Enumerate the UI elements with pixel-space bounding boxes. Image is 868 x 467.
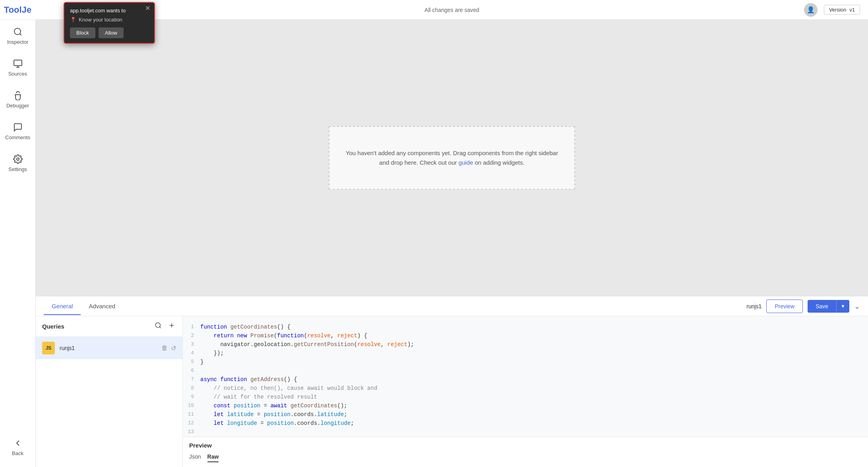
sidebar-label-back: Back: [12, 450, 23, 456]
code-line-9: 9 // wait for the resolved result: [186, 393, 865, 401]
line-number: 4: [186, 349, 200, 358]
sidebar-item-settings[interactable]: Settings: [0, 147, 36, 179]
save-dropdown-button[interactable]: ▼: [836, 300, 849, 313]
svg-line-1: [19, 33, 21, 35]
line-number: 3: [186, 340, 200, 349]
preview-tab-raw[interactable]: Raw: [207, 452, 219, 462]
preview-section: Preview Json Raw: [183, 437, 868, 467]
add-query-button[interactable]: [167, 321, 176, 332]
sidebar-label-settings: Settings: [8, 166, 27, 172]
line-number: 13: [186, 428, 200, 436]
sources-icon: [13, 59, 23, 68]
line-code: let longitude = position.coords.longitud…: [200, 419, 354, 428]
search-icon: [155, 322, 162, 329]
code-editor-area: 1function getCoordinates() {2 return new…: [183, 316, 868, 467]
save-button[interactable]: Save: [808, 300, 836, 313]
user-avatar[interactable]: 👤: [804, 3, 818, 17]
queries-actions: [154, 321, 176, 332]
save-status: All changes are saved: [424, 7, 479, 13]
bottom-panel-body: Queries JS runjs1: [36, 316, 868, 467]
version-text: Version: [829, 7, 846, 13]
line-code: return new Promise(function(resolve, rej…: [200, 331, 367, 340]
sidebar-item-sources[interactable]: Sources: [0, 52, 36, 84]
query-item-actions: 🗑 ↺: [161, 344, 176, 352]
line-code: function getCoordinates() {: [200, 323, 291, 331]
code-line-7: 7async function getAddress() {: [186, 375, 865, 384]
sidebar-item-inspector[interactable]: Inspector: [0, 20, 36, 52]
query-item-runjs1[interactable]: JS runjs1 🗑 ↺: [36, 337, 182, 359]
back-icon: [13, 438, 23, 448]
code-line-5: 5}: [186, 358, 865, 366]
code-line-1: 1function getCoordinates() {: [186, 323, 865, 331]
tab-advanced[interactable]: Advanced: [81, 298, 123, 315]
tab-general[interactable]: General: [44, 298, 81, 315]
delete-query-button[interactable]: 🗑: [161, 344, 168, 352]
expand-panel-button[interactable]: ⌄: [854, 302, 860, 311]
bottom-panel: General Advanced runjs1 Preview Save ▼ ⌄…: [36, 296, 868, 467]
canvas-drop-zone[interactable]: You haven't added any components yet. Dr…: [329, 126, 575, 190]
popup-location: 📍 Know your location: [70, 17, 149, 23]
line-code: }: [200, 358, 203, 366]
comments-icon: [13, 123, 23, 132]
line-number: 7: [186, 375, 200, 384]
line-number: 5: [186, 358, 200, 366]
popup-buttons: Block Allow: [70, 27, 149, 38]
preview-tabs: Json Raw: [189, 452, 862, 462]
main-container: All changes are saved 👤 Version v1 ✕ app…: [36, 0, 868, 467]
allow-button[interactable]: Allow: [99, 27, 124, 38]
line-number: 12: [186, 419, 200, 428]
sidebar-item-back[interactable]: Back: [0, 431, 36, 463]
content-area: You haven't added any components yet. Dr…: [36, 20, 868, 467]
version-value: v1: [849, 7, 855, 13]
preview-tab-json[interactable]: Json: [189, 452, 201, 462]
line-number: 11: [186, 410, 200, 419]
line-number: 10: [186, 401, 200, 410]
code-line-8: 8 // notice, no then(), cause await woul…: [186, 384, 865, 393]
version-display: Version v1: [824, 5, 860, 15]
code-line-10: 10 const position = await getCoordinates…: [186, 401, 865, 410]
code-line-4: 4 });: [186, 349, 865, 358]
line-code: // wait for the resolved result: [200, 393, 317, 401]
sidebar-item-debugger[interactable]: Debugger: [0, 84, 36, 115]
permission-popup: ✕ app.tooljet.com wants to 📍 Know your l…: [64, 2, 155, 44]
logo-text: ToolJe: [4, 5, 31, 15]
block-button[interactable]: Block: [70, 27, 95, 38]
sidebar-label-comments: Comments: [5, 134, 30, 140]
sidebar-label-sources: Sources: [8, 71, 27, 77]
debugger-icon: [13, 91, 23, 100]
canvas-msg-line3: on adding widgets.: [473, 159, 524, 166]
queries-sidebar: Queries JS runjs1: [36, 316, 183, 467]
svg-line-9: [159, 327, 161, 328]
code-line-6: 6: [186, 366, 865, 375]
code-line-3: 3 navigator.geolocation.getCurrentPositi…: [186, 340, 865, 349]
preview-title: Preview: [189, 442, 862, 449]
code-editor[interactable]: 1function getCoordinates() {2 return new…: [183, 316, 868, 437]
settings-icon: [13, 154, 23, 164]
line-number: 6: [186, 366, 200, 375]
top-bar-right: 👤 Version v1: [804, 3, 860, 17]
queries-title: Queries: [42, 323, 154, 330]
top-bar: All changes are saved 👤 Version v1 ✕ app…: [36, 0, 868, 20]
code-line-11: 11 let latitude = position.coords.latitu…: [186, 410, 865, 419]
sidebar-item-comments[interactable]: Comments: [0, 115, 36, 147]
line-code: });: [200, 349, 224, 358]
refresh-query-button[interactable]: ↺: [171, 344, 176, 352]
preview-button[interactable]: Preview: [766, 300, 803, 313]
popup-site: app.tooljet.com wants to: [70, 8, 149, 14]
sidebar-label-inspector: Inspector: [7, 39, 28, 45]
bottom-panel-header: General Advanced runjs1 Preview Save ▼ ⌄: [36, 296, 868, 316]
line-number: 1: [186, 323, 200, 331]
query-name-display: runjs1: [746, 303, 761, 309]
query-item-name: runjs1: [60, 345, 157, 351]
app-logo: ToolJe: [0, 0, 36, 20]
location-icon: 📍: [70, 17, 76, 23]
popup-close-button[interactable]: ✕: [145, 5, 150, 12]
line-code: let latitude = position.coords.latitude;: [200, 410, 347, 419]
svg-rect-2: [14, 60, 22, 66]
popup-permission-text: Know your location: [79, 17, 122, 23]
left-sidebar: ToolJe Inspector Sources Debugger Commen…: [0, 0, 36, 467]
svg-point-0: [14, 28, 21, 35]
line-code: async function getAddress() {: [200, 375, 297, 384]
guide-link[interactable]: guide: [459, 159, 473, 166]
search-queries-button[interactable]: [154, 321, 163, 332]
